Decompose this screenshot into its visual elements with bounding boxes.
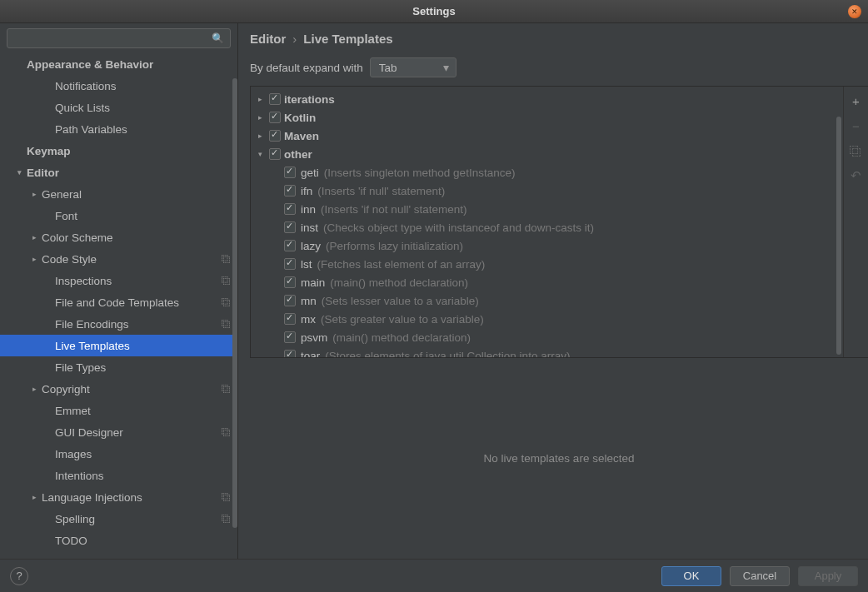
sidebar-item-copyright[interactable]: ▸Copyright⿻: [0, 378, 237, 400]
expander-icon[interactable]: ▸: [27, 255, 42, 263]
restore-icon[interactable]: ↶: [847, 167, 866, 185]
template-item-mn[interactable]: mn(Sets lesser value to a variable): [251, 291, 843, 310]
apply-button[interactable]: Apply: [798, 566, 858, 586]
sidebar-item-keymap[interactable]: Keymap: [0, 140, 237, 162]
template-group-kotlin[interactable]: ▸Kotlin: [251, 108, 843, 127]
template-checkbox[interactable]: [284, 185, 296, 197]
sidebar-item-file-types[interactable]: File Types: [0, 356, 237, 378]
group-checkbox[interactable]: [269, 112, 281, 123]
template-group-iterations[interactable]: ▸iterations: [251, 90, 843, 108]
sidebar-item-spelling[interactable]: Spelling⿻: [0, 508, 237, 530]
template-group-maven[interactable]: ▸Maven: [251, 127, 843, 145]
template-item-mx[interactable]: mx(Sets greater value to a variable): [251, 310, 843, 328]
template-checkbox[interactable]: [284, 350, 296, 357]
expand-with-dropdown[interactable]: Tab: [370, 57, 456, 77]
cancel-button[interactable]: Cancel: [730, 566, 790, 586]
sidebar-item-path-variables[interactable]: Path Variables: [0, 118, 237, 140]
project-scope-icon: ⿻: [222, 514, 231, 524]
template-checkbox[interactable]: [284, 276, 296, 288]
template-item-inst[interactable]: inst(Checks object type with instanceof …: [251, 218, 843, 236]
sidebar-item-label: Appearance & Behavior: [27, 58, 231, 71]
sidebar-item-inspections[interactable]: Inspections⿻: [0, 270, 237, 291]
sidebar-item-intentions[interactable]: Intentions: [0, 465, 237, 486]
sidebar-item-label: TODO: [55, 535, 231, 547]
group-checkbox[interactable]: [269, 93, 281, 105]
group-checkbox[interactable]: [269, 148, 281, 160]
expander-icon[interactable]: ▾: [12, 168, 27, 177]
sidebar-item-label: Quick Lists: [55, 102, 231, 114]
close-icon[interactable]: ✕: [848, 5, 861, 18]
sidebar-item-gui-designer[interactable]: GUI Designer⿻: [0, 421, 237, 443]
project-scope-icon: ⿻: [222, 492, 231, 502]
template-checkbox[interactable]: [284, 313, 296, 325]
template-desc: (Inserts singleton method getInstance): [324, 167, 516, 179]
chevron-right-icon[interactable]: ▸: [254, 113, 266, 122]
group-label: Maven: [284, 130, 319, 142]
sidebar-item-todo[interactable]: TODO: [0, 530, 237, 551]
window-title: Settings: [412, 5, 455, 17]
expander-icon[interactable]: ▸: [27, 190, 42, 198]
chevron-down-icon[interactable]: ▾: [254, 150, 266, 158]
sidebar-item-font[interactable]: Font: [0, 205, 237, 226]
sidebar-item-editor[interactable]: ▾Editor: [0, 162, 237, 183]
template-checkbox[interactable]: [284, 295, 296, 306]
sidebar-item-label: Spelling: [55, 513, 218, 525]
template-checkbox[interactable]: [284, 167, 296, 178]
sidebar-item-label: Copyright: [42, 383, 218, 395]
template-item-geti[interactable]: geti(Inserts singleton method getInstanc…: [251, 163, 843, 182]
breadcrumb-parent[interactable]: Editor: [250, 32, 286, 46]
expander-icon[interactable]: ▸: [27, 385, 42, 393]
template-item-psvm[interactable]: psvm(main() method declaration): [251, 328, 843, 346]
sidebar-item-language-injections[interactable]: ▸Language Injections⿻: [0, 486, 237, 508]
expander-icon[interactable]: ▸: [27, 493, 42, 501]
template-checkbox[interactable]: [284, 221, 296, 233]
sidebar-item-file-encodings[interactable]: File Encodings⿻: [0, 313, 237, 335]
template-item-toar[interactable]: toar(Stores elements of java.util.Collec…: [251, 346, 843, 357]
template-abbrev: mn: [301, 295, 317, 307]
expander-icon[interactable]: ▸: [27, 233, 42, 241]
template-abbrev: lst: [301, 258, 312, 271]
template-abbrev: inn: [301, 203, 316, 216]
sidebar-item-images[interactable]: Images: [0, 443, 237, 465]
template-item-ifn[interactable]: ifn(Inserts 'if null' statement): [251, 182, 843, 200]
sidebar-item-quick-lists[interactable]: Quick Lists: [0, 97, 237, 118]
ok-button[interactable]: OK: [661, 566, 721, 586]
breadcrumb: Editor › Live Templates: [250, 32, 868, 46]
template-checkbox[interactable]: [284, 331, 296, 343]
sidebar-item-emmet[interactable]: Emmet: [0, 400, 237, 421]
search-input[interactable]: [7, 28, 231, 48]
settings-tree[interactable]: Appearance & BehaviorNotificationsQuick …: [0, 53, 237, 559]
sidebar-item-general[interactable]: ▸General: [0, 183, 237, 205]
templates-tree[interactable]: ▸iterations▸Kotlin▸Maven▾othergeti(Inser…: [250, 87, 843, 357]
remove-button[interactable]: −: [847, 117, 866, 135]
chevron-right-icon[interactable]: ▸: [254, 132, 266, 140]
template-checkbox[interactable]: [284, 258, 296, 270]
templates-area: ▸iterations▸Kotlin▸Maven▾othergeti(Inser…: [250, 86, 868, 357]
add-button[interactable]: +: [847, 92, 866, 110]
group-checkbox[interactable]: [269, 130, 281, 142]
project-scope-icon: ⿻: [222, 297, 231, 307]
template-checkbox[interactable]: [284, 240, 296, 251]
template-item-lst[interactable]: lst(Fetches last element of an array): [251, 255, 843, 273]
templates-scrollbar[interactable]: [836, 117, 841, 355]
template-item-inn[interactable]: inn(Inserts 'if not null' statement): [251, 200, 843, 218]
sidebar-item-appearance-behavior[interactable]: Appearance & Behavior: [0, 53, 237, 75]
sidebar: 🔍 Appearance & BehaviorNotificationsQuic…: [0, 23, 238, 559]
template-item-main[interactable]: main(main() method declaration): [251, 273, 843, 291]
template-abbrev: inst: [301, 221, 318, 234]
titlebar: Settings ✕: [0, 0, 868, 23]
sidebar-item-notifications[interactable]: Notifications: [0, 75, 237, 97]
chevron-right-icon[interactable]: ▸: [254, 95, 266, 103]
copy-icon[interactable]: ⿻: [847, 142, 866, 160]
template-checkbox[interactable]: [284, 203, 296, 215]
template-desc: (main() method declaration): [332, 331, 471, 344]
help-button[interactable]: ?: [10, 567, 28, 585]
template-group-other[interactable]: ▾other: [251, 145, 843, 163]
template-item-lazy[interactable]: lazy(Performs lazy initialization): [251, 236, 843, 255]
sidebar-item-live-templates[interactable]: Live Templates: [0, 335, 237, 356]
sidebar-item-color-scheme[interactable]: ▸Color Scheme: [0, 226, 237, 248]
sidebar-scrollbar[interactable]: [232, 78, 237, 528]
sidebar-item-label: Editor: [27, 167, 231, 179]
sidebar-item-file-and-code-templates[interactable]: File and Code Templates⿻: [0, 291, 237, 313]
sidebar-item-code-style[interactable]: ▸Code Style⿻: [0, 248, 237, 270]
